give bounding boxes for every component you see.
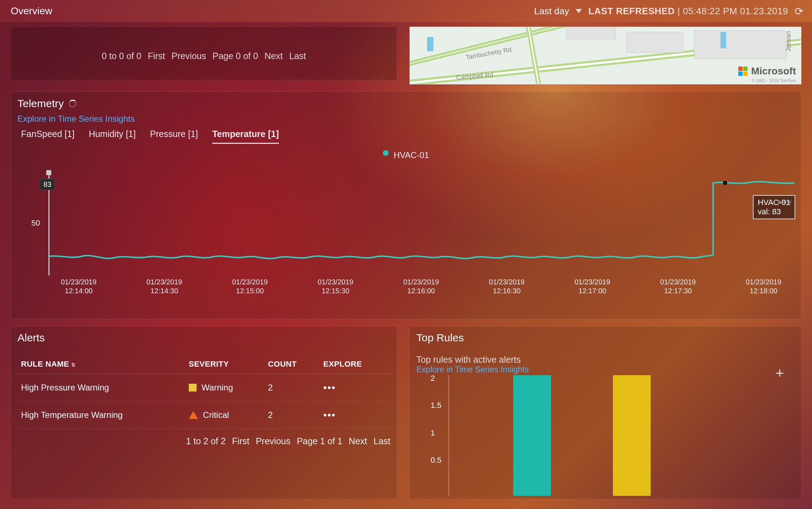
x-axis-tick: 01/23/201912:17:00 [562, 278, 623, 295]
map-brand: Microsoft [738, 65, 796, 77]
tab-humidity[interactable]: Humidity [1] [89, 129, 136, 144]
pager-last[interactable]: Last [374, 436, 390, 446]
alerts-table: RULE NAME⇅ SEVERITY COUNT EXPLORE High P… [17, 355, 390, 429]
legend-series-name: HVAC-01 [394, 150, 429, 160]
x-axis-tick: 01/23/201912:16:00 [391, 278, 452, 295]
alerts-pager: 1 to 2 of 2 First Previous Page 1 of 1 N… [17, 436, 390, 446]
col-explore[interactable]: EXPLORE [320, 355, 390, 374]
sort-icon: ⇅ [71, 362, 76, 368]
pager-summary: 1 to 2 of 2 [186, 436, 225, 446]
x-axis-tick: 01/23/201912:15:30 [305, 278, 366, 295]
pager-summary: 0 to 0 of 0 [102, 51, 141, 61]
map-road-label-c: Jeevan [785, 31, 792, 52]
row-explore-menu[interactable]: ••• [323, 382, 336, 393]
pager-last[interactable]: Last [289, 51, 306, 61]
time-range-selector[interactable]: Last day [534, 6, 569, 17]
telemetry-tabs: FanSpeed [1] Humidity [1] Pressure [1] T… [11, 127, 801, 144]
top-rules-barchart[interactable]: 2 1.5 1 0.5 [448, 375, 790, 496]
telemetry-title: Telemetry [17, 98, 64, 110]
top-rules-explore-link[interactable]: Explore in Time Series Insights [416, 365, 795, 374]
x-axis-tick: 01/23/201912:14:30 [134, 278, 194, 295]
row-explore-menu[interactable]: ••• [323, 409, 336, 420]
bar-y-tick: 0.5 [431, 456, 442, 465]
cell-rule: High Pressure Warning [17, 374, 185, 402]
table-row[interactable]: High Temperature Warning Critical 2 ••• [17, 402, 390, 429]
chevron-down-icon[interactable] [576, 9, 582, 13]
bar-series-2[interactable] [613, 375, 651, 496]
tooltip-value: val: 83 [758, 207, 790, 216]
chart-tooltip: HVAC-01 val: 83 [753, 195, 795, 219]
svg-point-0 [723, 181, 727, 185]
last-refreshed: LAST REFRESHED | 05:48:22 PM 01.23.2019 [588, 6, 788, 17]
pager-previous[interactable]: Previous [256, 436, 290, 446]
x-axis-tick: 01/23/201912:15:00 [220, 278, 280, 295]
tab-fanspeed[interactable]: FanSpeed [1] [21, 129, 74, 144]
alerts-title: Alerts [17, 332, 390, 344]
pager-first[interactable]: First [232, 436, 250, 446]
telemetry-panel: Telemetry Explore in Time Series Insight… [11, 91, 801, 319]
x-axis-tick: 01/23/201912:16:30 [477, 278, 537, 295]
warning-icon [189, 384, 197, 392]
last-refreshed-label: LAST REFRESHED [588, 6, 675, 16]
telemetry-explore-link[interactable]: Explore in Time Series Insights [11, 112, 801, 127]
cell-severity: Warning [202, 383, 233, 393]
telemetry-line-svg [49, 172, 795, 276]
bar-y-tick: 2 [431, 374, 435, 383]
table-row[interactable]: High Pressure Warning Warning 2 ••• [17, 374, 390, 402]
devices-pager-panel: 0 to 0 of 0 First Previous Page 0 of 0 N… [11, 27, 397, 80]
col-rule-name[interactable]: RULE NAME⇅ [17, 355, 185, 374]
x-axis-tick: 01/23/201912:14:00 [48, 278, 109, 295]
tooltip-series: HVAC-01 [758, 198, 790, 207]
x-axis-tick: 01/23/201912:17:30 [648, 278, 708, 295]
y-axis-mid-label: 50 [31, 219, 40, 228]
bar-y-tick: 1 [431, 429, 435, 438]
cell-severity: Critical [203, 410, 229, 420]
critical-icon [189, 411, 198, 419]
tab-pressure[interactable]: Pressure [1] [150, 129, 198, 144]
bar-y-tick: 1.5 [431, 401, 442, 410]
chart-legend: HVAC-01 [11, 150, 801, 160]
map-brand-text: Microsoft [751, 65, 796, 77]
pager-page: Page 1 of 1 [297, 436, 342, 446]
telemetry-x-axis: 01/23/201912:14:0001/23/201912:14:3001/2… [48, 278, 794, 295]
pager-next[interactable]: Next [349, 436, 367, 446]
legend-dot-icon [383, 150, 389, 156]
col-count[interactable]: COUNT [264, 355, 319, 374]
top-rules-title: Top Rules [416, 332, 795, 344]
cell-count: 2 [264, 374, 319, 402]
tab-temperature[interactable]: Temperature [1] [212, 129, 279, 144]
top-rules-subtitle: Top rules with active alerts [416, 355, 795, 365]
top-bar: Overview Last day LAST REFRESHED | 05:48… [0, 0, 812, 22]
pager-page: Page 0 of 0 [213, 51, 258, 61]
map-road-label-b: Campbell Rd [456, 71, 493, 81]
bar-series-1[interactable] [513, 375, 551, 496]
cell-count: 2 [264, 402, 319, 429]
col-severity[interactable]: SEVERITY [185, 355, 265, 374]
last-refreshed-time: 05:48:22 PM 01.23.2019 [683, 6, 788, 16]
map-copyright: © 1992 - 2019 TomTom [751, 78, 796, 83]
microsoft-logo-icon [738, 67, 748, 76]
pager-previous[interactable]: Previous [171, 51, 206, 61]
refresh-icon[interactable]: ⟳ [795, 5, 803, 17]
page-title: Overview [11, 5, 52, 17]
pager-first[interactable]: First [148, 51, 165, 61]
top-rules-panel: Top Rules Top rules with active alerts E… [410, 326, 801, 499]
loading-spinner-icon [69, 100, 77, 107]
alerts-panel: Alerts RULE NAME⇅ SEVERITY COUNT EXPLORE… [11, 326, 397, 499]
map-panel[interactable]: Tambuchetty Rd Campbell Rd Jeevan Micros… [410, 27, 801, 84]
x-axis-tick: 01/23/201912:18:00 [733, 278, 794, 295]
pager-next[interactable]: Next [265, 51, 283, 61]
cell-rule: High Temperature Warning [17, 402, 185, 429]
telemetry-chart[interactable]: 83 50 HVAC-01 val: 83 [48, 172, 794, 276]
